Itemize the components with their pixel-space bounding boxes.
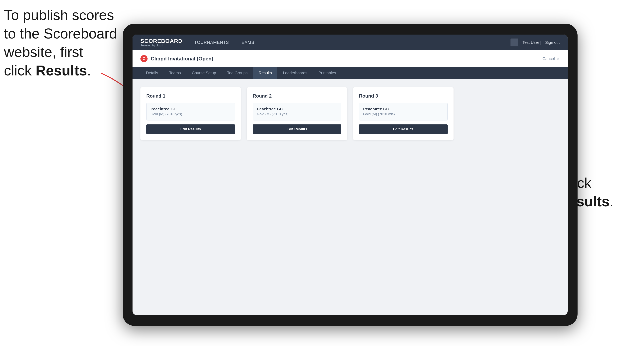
instruction-line4: click Results. [4, 63, 91, 78]
round-2-course-name: Peachtree GC [257, 107, 337, 111]
cancel-button[interactable]: Cancel ✕ [542, 56, 560, 61]
round-1-edit-results-button[interactable]: Edit Results [146, 124, 235, 134]
brand-name: SCOREBOARD [140, 38, 182, 44]
brand-sub: Powered by clippd [140, 44, 182, 47]
tab-bar: Details Teams Course Setup Tee Groups Re… [132, 67, 568, 79]
brand: SCOREBOARD Powered by clippd [140, 38, 182, 47]
round-2-course-details: Gold (M) (7010 yds) [257, 112, 337, 116]
tab-details[interactable]: Details [140, 67, 164, 79]
tab-course-setup[interactable]: Course Setup [186, 67, 222, 79]
round-3-course-name: Peachtree GC [363, 107, 444, 111]
navbar-links: TOURNAMENTS TEAMS [194, 40, 510, 45]
round-3-edit-results-button[interactable]: Edit Results [359, 124, 448, 134]
close-icon: ✕ [556, 56, 560, 61]
instruction-line2: to the Scoreboard [4, 26, 117, 41]
sign-out-link[interactable]: Sign out [545, 40, 560, 45]
tab-printables[interactable]: Printables [313, 67, 342, 79]
tab-leaderboards[interactable]: Leaderboards [277, 67, 313, 79]
tournament-header: C Clippd Invitational (Open) Cancel ✕ [132, 50, 568, 67]
navbar-user: Test User | Sign out [510, 38, 560, 46]
round-3-card: Round 3 Peachtree GC Gold (M) (7010 yds)… [353, 87, 454, 140]
nav-teams[interactable]: TEAMS [239, 40, 254, 45]
round-1-card: Round 1 Peachtree GC Gold (M) (7010 yds)… [140, 87, 241, 140]
round-2-card: Round 2 Peachtree GC Gold (M) (7010 yds)… [247, 87, 347, 140]
nav-tournaments[interactable]: TOURNAMENTS [194, 40, 229, 45]
round-3-title: Round 3 [359, 93, 448, 99]
tournament-name: Clippd Invitational (Open) [151, 56, 213, 62]
round-1-course-name: Peachtree GC [150, 107, 231, 111]
tournament-icon: C [140, 55, 148, 62]
round-2-course: Peachtree GC Gold (M) (7010 yds) [253, 103, 342, 121]
empty-column [460, 87, 560, 140]
instruction-line1: To publish scores [4, 7, 114, 23]
instruction-line3: website, first [4, 44, 83, 60]
round-3-course: Peachtree GC Gold (M) (7010 yds) [359, 103, 448, 121]
round-1-course: Peachtree GC Gold (M) (7010 yds) [146, 103, 235, 121]
user-avatar [510, 38, 518, 46]
content-area: Round 1 Peachtree GC Gold (M) (7010 yds)… [132, 79, 568, 315]
navbar: SCOREBOARD Powered by clippd TOURNAMENTS… [132, 34, 568, 50]
tablet-device: SCOREBOARD Powered by clippd TOURNAMENTS… [123, 24, 578, 326]
round-2-edit-results-button[interactable]: Edit Results [253, 124, 342, 134]
round-1-title: Round 1 [146, 93, 235, 99]
round-2-title: Round 2 [253, 93, 342, 99]
tournament-title-row: C Clippd Invitational (Open) [140, 55, 213, 62]
instruction-left: To publish scores to the Scoreboard webs… [4, 6, 119, 80]
tablet-screen: SCOREBOARD Powered by clippd TOURNAMENTS… [132, 34, 568, 315]
rounds-grid: Round 1 Peachtree GC Gold (M) (7010 yds)… [140, 87, 560, 140]
user-name: Test User | [522, 40, 541, 45]
round-1-course-details: Gold (M) (7010 yds) [150, 112, 231, 116]
tab-tee-groups[interactable]: Tee Groups [222, 67, 253, 79]
tab-results[interactable]: Results [253, 67, 278, 79]
tab-teams[interactable]: Teams [164, 67, 186, 79]
round-3-course-details: Gold (M) (7010 yds) [363, 112, 444, 116]
